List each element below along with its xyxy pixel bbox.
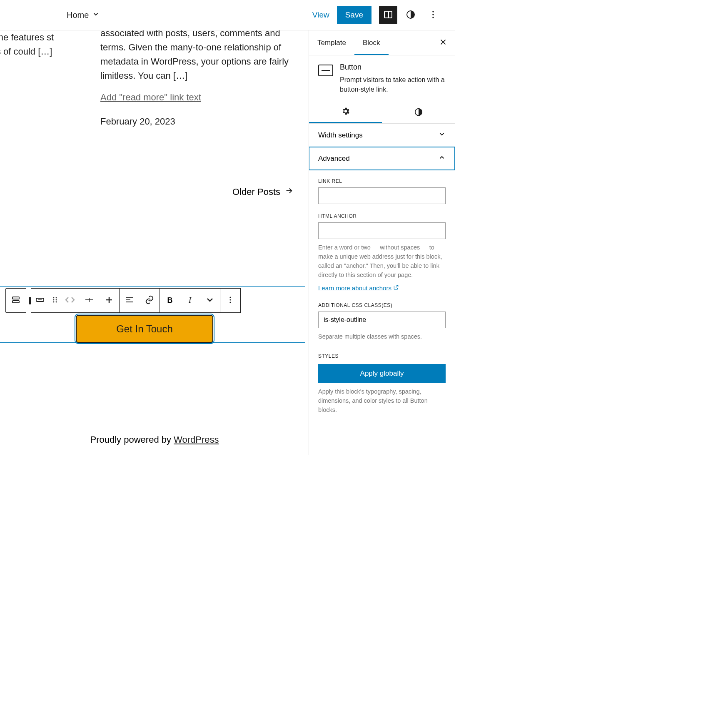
close-sidebar-button[interactable] (435, 37, 451, 48)
align-button[interactable] (79, 289, 99, 312)
more-options-button[interactable] (424, 6, 442, 24)
svg-point-3 (432, 11, 434, 12)
post-excerpt: associated with posts, users, comments a… (100, 30, 296, 83)
bold-button[interactable]: B (160, 289, 180, 312)
older-posts-link[interactable]: Older Posts (232, 186, 294, 198)
css-classes-label: ADDITIONAL CSS CLASS(ES) (318, 302, 446, 308)
contrast-icon (406, 10, 416, 21)
block-desc: Prompt visitors to take action with a bu… (340, 75, 446, 94)
block-type-button[interactable] (31, 289, 49, 312)
svg-point-11 (56, 297, 57, 299)
footer-text: Proudly powered by (90, 434, 174, 445)
sidebar-toggle-button[interactable] (379, 6, 397, 24)
chevron-up-icon (438, 154, 446, 163)
tab-block[interactable]: Block (354, 30, 389, 55)
button-block-text: Get In Touch (116, 323, 173, 335)
anchor-help-text: Enter a word or two — without spaces — t… (318, 243, 446, 279)
contrast-icon (414, 107, 423, 118)
panel-label: Width settings (318, 131, 363, 140)
text-align-button[interactable] (120, 289, 140, 312)
settings-subtab[interactable] (309, 102, 382, 123)
chevron-right-icon (67, 295, 77, 306)
panel-advanced[interactable]: Advanced (309, 147, 455, 170)
older-posts-label: Older Posts (232, 187, 280, 197)
svg-point-24 (229, 299, 231, 300)
home-nav[interactable]: Home (67, 10, 100, 20)
layout-icon (383, 10, 393, 21)
svg-rect-7 (12, 301, 19, 303)
more-rich-text-button[interactable] (200, 289, 220, 312)
svg-point-10 (53, 297, 55, 299)
post-excerpt: test all the features st versions of cou… (0, 30, 83, 59)
move-right-button (66, 289, 79, 312)
learn-anchors-link[interactable]: Learn more about anchors (318, 284, 399, 292)
button-block[interactable]: Get In Touch (76, 315, 213, 343)
css-classes-input[interactable] (318, 312, 446, 328)
svg-point-4 (432, 14, 434, 15)
chevron-down-icon (92, 10, 100, 20)
chevron-down-icon (205, 295, 215, 306)
styles-label: STYLES (318, 353, 446, 359)
buttons-icon (11, 295, 21, 306)
plus-icon (104, 295, 114, 306)
chevron-down-icon (438, 130, 446, 140)
drag-handle[interactable] (49, 289, 61, 312)
link-rel-label: LINK REL (318, 178, 446, 184)
css-help-text: Separate multiple classes with spaces. (318, 332, 446, 342)
block-title: Button (340, 63, 446, 72)
svg-point-13 (56, 299, 57, 301)
block-toolbar: B I (5, 288, 241, 313)
styles-toggle-button[interactable] (401, 6, 420, 24)
view-link[interactable]: View (312, 10, 329, 20)
site-footer: Proudly powered by WordPress (0, 434, 309, 445)
panel-label: Advanced (318, 155, 350, 163)
gear-icon (341, 107, 350, 117)
svg-point-5 (432, 17, 434, 18)
panel-width-settings[interactable]: Width settings (309, 124, 455, 147)
styles-subtab[interactable] (382, 102, 455, 123)
svg-point-12 (53, 299, 55, 301)
home-label: Home (67, 10, 89, 20)
justify-button[interactable] (99, 289, 119, 312)
tab-template[interactable]: Template (309, 30, 354, 55)
external-icon (393, 284, 399, 292)
plus-wide-icon (84, 295, 94, 306)
align-left-icon (125, 295, 135, 306)
bold-icon: B (167, 296, 173, 305)
html-anchor-input[interactable] (318, 222, 446, 239)
close-icon (439, 37, 448, 48)
html-anchor-label: HTML ANCHOR (318, 213, 446, 219)
footer-link[interactable]: WordPress (174, 434, 219, 445)
svg-point-15 (56, 302, 57, 303)
svg-point-23 (229, 297, 231, 298)
kebab-icon (225, 295, 235, 306)
block-options-button[interactable] (220, 289, 240, 312)
svg-point-14 (53, 302, 55, 303)
apply-globally-button[interactable]: Apply globally (318, 364, 446, 383)
arrow-right-icon (284, 186, 294, 198)
select-parent-button[interactable] (6, 289, 26, 312)
link-rel-input[interactable] (318, 187, 446, 204)
italic-button[interactable]: I (180, 289, 200, 312)
apply-help-text: Apply this block's typography, spacing, … (318, 387, 446, 414)
drag-icon (50, 295, 60, 306)
link-icon (145, 295, 155, 306)
button-icon (35, 295, 45, 306)
post-date: February 20, 2023 (100, 115, 296, 129)
italic-icon: I (189, 296, 191, 305)
svg-rect-6 (12, 297, 19, 299)
svg-point-25 (229, 302, 231, 303)
kebab-icon (428, 10, 438, 21)
link-button[interactable] (140, 289, 160, 312)
button-icon (318, 65, 333, 76)
save-button[interactable]: Save (337, 6, 371, 24)
read-more-link[interactable]: Add "read more" link text (100, 90, 201, 105)
learn-anchors-label: Learn more about anchors (318, 284, 391, 292)
